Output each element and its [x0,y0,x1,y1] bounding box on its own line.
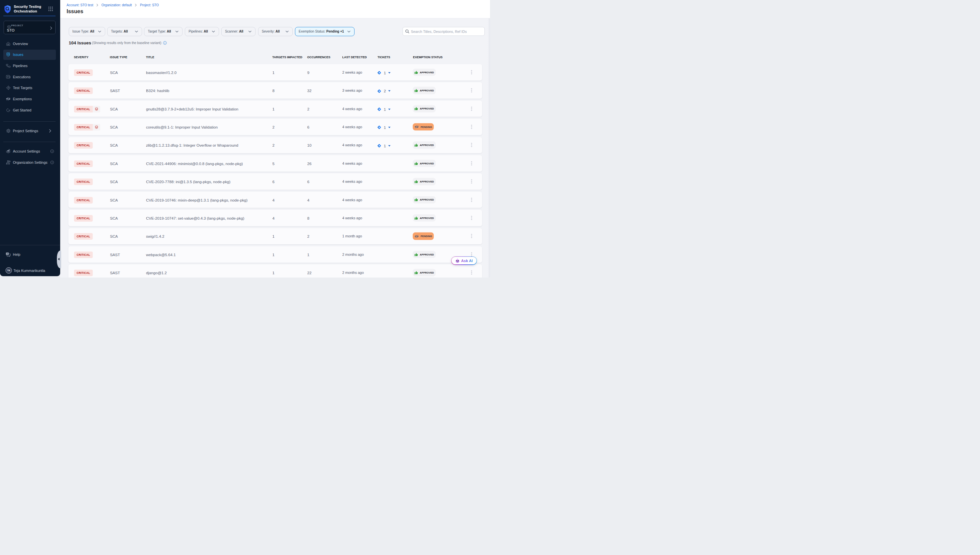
svg-text:?: ? [7,252,8,255]
